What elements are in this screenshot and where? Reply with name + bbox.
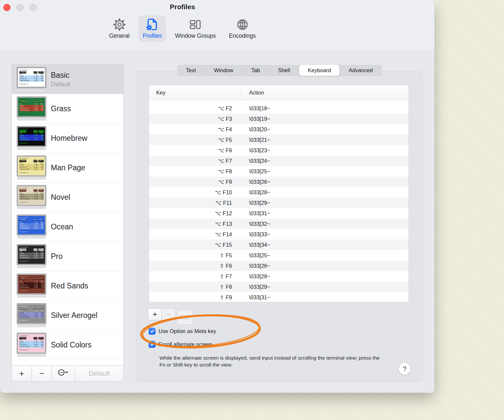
action-cell: \033[29~ bbox=[232, 284, 270, 290]
profile-item-grass[interactable]: Terminal#COMMAND%CPURPRVTtop4.1%231KXcod… bbox=[12, 94, 123, 124]
action-cell: \033[34~ bbox=[232, 242, 270, 248]
table-body: ⌥ F2\033[18~⌥ F3\033[19~⌥ F4\033[20~⌥ F5… bbox=[149, 100, 409, 302]
thumbnail-reflection bbox=[17, 89, 46, 91]
action-cell: \033[32~ bbox=[232, 221, 270, 227]
table-row[interactable]: ⌥ F8\033[25~ bbox=[149, 166, 409, 177]
key-cell: ⌥ F6 bbox=[149, 147, 232, 154]
profile-item-basic[interactable]: Terminal#COMMAND%CPURPRVTtop4.1%231KXcod… bbox=[12, 65, 123, 94]
key-cell: ⌥ F9 bbox=[149, 179, 232, 185]
key-cell: ⌥ F7 bbox=[149, 158, 232, 164]
table-row[interactable]: ⌥ F13\033[32~ bbox=[149, 219, 409, 229]
profile-name: Homebrew bbox=[51, 134, 87, 143]
profile-name: Grass bbox=[51, 104, 71, 113]
remove-profile-button[interactable]: − bbox=[32, 366, 52, 381]
toolbar-item-general[interactable]: General bbox=[105, 15, 134, 42]
table-row[interactable]: ⇧ F6\033[26~ bbox=[149, 261, 409, 271]
tab-keyboard[interactable]: Keyboard bbox=[299, 65, 340, 76]
scroll-alternate-screen-label: Scroll alternate screen bbox=[158, 341, 212, 347]
table-row[interactable]: ⇧ F8\033[29~ bbox=[149, 282, 409, 292]
thumbnail-reflection bbox=[17, 148, 46, 150]
action-cell: \033[25~ bbox=[232, 168, 270, 175]
table-row[interactable]: ⌥ F7\033[24~ bbox=[149, 156, 409, 166]
table-row[interactable]: ⌥ F10\033[28~ bbox=[149, 187, 409, 198]
key-cell: ⇧ F7 bbox=[149, 273, 232, 280]
checkmark-icon bbox=[150, 342, 155, 347]
titlebar: Profiles General bbox=[0, 0, 434, 51]
action-cell: \033[31~ bbox=[232, 210, 270, 217]
profile-thumbnail: Terminal#COMMAND%CPURPRVTtop4.1%231KXcod… bbox=[17, 185, 46, 209]
table-row[interactable]: ⇧ F7\033[28~ bbox=[149, 271, 409, 282]
profile-name: Ocean bbox=[51, 222, 73, 231]
profile-item-man-page[interactable]: Terminal#COMMAND%CPURPRVTtop4.1%231KXcod… bbox=[12, 153, 123, 183]
table-row[interactable]: ⌥ F12\033[31~ bbox=[149, 208, 409, 219]
action-cell: \033[25~ bbox=[232, 252, 270, 259]
edit-key-button[interactable]: Edit bbox=[177, 310, 193, 325]
default-profile-button[interactable]: Default bbox=[75, 366, 123, 381]
profile-item-novel[interactable]: Terminal#COMMAND%CPURPRVTtop4.1%231KXcod… bbox=[12, 183, 123, 212]
key-cell: ⇧ F6 bbox=[149, 263, 232, 269]
tab-shell[interactable]: Shell bbox=[269, 65, 299, 76]
action-cell: \033[28~ bbox=[232, 273, 270, 280]
document-gear-icon bbox=[145, 18, 159, 32]
key-bindings-table: Key Action ⌥ F2\033[18~⌥ F3\033[19~⌥ F4\… bbox=[149, 85, 409, 302]
tab-tab[interactable]: Tab bbox=[242, 65, 269, 76]
remove-key-button[interactable]: − bbox=[162, 308, 176, 320]
action-cell: \033[19~ bbox=[232, 116, 270, 122]
table-row[interactable]: ⌥ F4\033[20~ bbox=[149, 124, 409, 135]
thumbnail-reflection bbox=[17, 266, 46, 268]
table-row[interactable]: ⌥ F2\033[18~ bbox=[149, 103, 409, 114]
table-row[interactable]: ⇧ F9\033[31~ bbox=[149, 292, 409, 302]
action-cell: \033[26~ bbox=[232, 179, 270, 185]
profile-name: Basic bbox=[51, 71, 71, 80]
toolbar-item-label: Window Groups bbox=[175, 32, 216, 39]
thumbnail-reflection bbox=[17, 325, 46, 327]
profile-item-red-sands[interactable]: Terminal#COMMAND%CPURPRVTtop4.1%231KXcod… bbox=[12, 271, 123, 301]
key-cell: ⌥ F11 bbox=[149, 200, 232, 206]
use-option-as-meta-checkbox[interactable] bbox=[149, 328, 156, 335]
key-cell: ⌥ F12 bbox=[149, 210, 232, 217]
toolbar: General bbox=[0, 15, 365, 42]
toolbar-item-label: Profiles bbox=[143, 32, 162, 39]
tab-window[interactable]: Window bbox=[205, 65, 242, 76]
thumbnail-reflection bbox=[17, 354, 46, 357]
key-cell: ⌥ F5 bbox=[149, 137, 232, 143]
tab-text[interactable]: Text bbox=[177, 65, 205, 76]
profile-item-homebrew[interactable]: Terminal#COMMAND%CPURPRVTtop4.1%231KXcod… bbox=[12, 124, 123, 153]
key-cell: ⌥ F2 bbox=[149, 105, 232, 112]
key-cell: ⌥ F15 bbox=[149, 242, 232, 248]
action-cell: \033[28~ bbox=[232, 189, 270, 196]
profile-subtitle: Default bbox=[51, 81, 71, 88]
scroll-alternate-screen-checkbox[interactable] bbox=[149, 341, 156, 348]
table-row[interactable]: ⌥ F5\033[21~ bbox=[149, 135, 409, 145]
key-cell: ⇧ F8 bbox=[149, 284, 232, 290]
add-key-button[interactable]: + bbox=[148, 308, 162, 320]
action-cell: \033[23~ bbox=[232, 147, 270, 154]
table-row[interactable]: ⌥ F3\033[19~ bbox=[149, 114, 409, 124]
profile-thumbnail: Terminal#COMMAND%CPURPRVTtop4.1%231KXcod… bbox=[17, 215, 46, 239]
key-cell: ⇧ F5 bbox=[149, 252, 232, 259]
globe-icon bbox=[236, 18, 249, 32]
table-row[interactable]: ⌥ F9\033[26~ bbox=[149, 177, 409, 187]
toolbar-item-encodings[interactable]: Encodings bbox=[225, 15, 260, 42]
profile-item-pro[interactable]: Terminal#COMMAND%CPURPRVTtop4.1%231KXcod… bbox=[12, 242, 123, 271]
table-row[interactable]: ⌥ F14\033[33~ bbox=[149, 229, 409, 240]
profile-actions-menu-button[interactable] bbox=[52, 366, 75, 381]
tab-advanced[interactable]: Advanced bbox=[340, 65, 382, 76]
add-profile-button[interactable]: + bbox=[12, 366, 32, 381]
toolbar-item-window-groups[interactable]: Window Groups bbox=[171, 15, 220, 42]
toolbar-item-profiles[interactable]: Profiles bbox=[138, 15, 166, 42]
profile-item-solid-colors[interactable]: Terminal#COMMAND%CPURPRVTtop4.1%231KXcod… bbox=[12, 330, 123, 360]
thumbnail-reflection bbox=[17, 295, 46, 298]
profile-item-silver-aerogel[interactable]: Terminal#COMMAND%CPURPRVTtop4.1%231KXcod… bbox=[12, 301, 123, 330]
profile-list: Terminal#COMMAND%CPURPRVTtop4.1%231KXcod… bbox=[12, 65, 123, 366]
profile-thumbnail: Terminal#COMMAND%CPURPRVTtop4.1%231KXcod… bbox=[17, 97, 46, 121]
table-row[interactable]: ⌥ F6\033[23~ bbox=[149, 145, 409, 156]
table-header: Key Action bbox=[149, 85, 409, 100]
help-button[interactable]: ? bbox=[399, 363, 410, 375]
table-row[interactable]: ⇧ F5\033[25~ bbox=[149, 250, 409, 261]
window-groups-icon bbox=[188, 18, 202, 32]
column-divider bbox=[241, 89, 241, 97]
profile-item-ocean[interactable]: Terminal#COMMAND%CPURPRVTtop4.1%231KXcod… bbox=[12, 212, 123, 242]
table-row[interactable]: ⌥ F11\033[29~ bbox=[149, 198, 409, 208]
table-row[interactable]: ⌥ F15\033[34~ bbox=[149, 240, 409, 250]
